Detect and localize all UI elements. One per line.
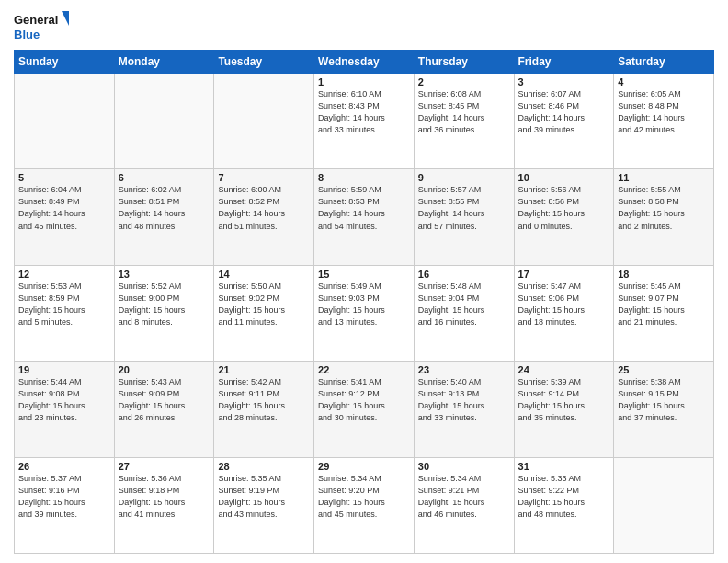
calendar-cell: 11Sunrise: 5:55 AMSunset: 8:58 PMDayligh…: [614, 169, 714, 265]
day-number: 20: [119, 364, 210, 375]
calendar-cell: 31Sunrise: 5:33 AMSunset: 9:22 PMDayligh…: [514, 457, 614, 553]
calendar-cell: 13Sunrise: 5:52 AMSunset: 9:00 PMDayligh…: [114, 265, 214, 361]
calendar-cell: [214, 74, 314, 169]
logo: General Blue: [14, 9, 69, 44]
day-number: 29: [318, 461, 410, 472]
svg-marker-2: [62, 11, 69, 26]
calendar-cell: 18Sunrise: 5:45 AMSunset: 9:07 PMDayligh…: [614, 265, 714, 361]
day-info: Sunrise: 5:33 AMSunset: 9:22 PMDaylight:…: [518, 473, 610, 521]
day-number: 12: [18, 269, 110, 280]
calendar-week-row: 19Sunrise: 5:44 AMSunset: 9:08 PMDayligh…: [15, 362, 714, 457]
day-info: Sunrise: 6:04 AMSunset: 8:49 PMDaylight:…: [18, 184, 110, 232]
calendar-cell: 2Sunrise: 6:08 AMSunset: 8:45 PMDaylight…: [414, 74, 514, 169]
day-number: 3: [518, 76, 610, 87]
header-tuesday: Tuesday: [214, 51, 314, 74]
day-number: 13: [119, 269, 210, 280]
day-number: 15: [318, 269, 410, 280]
day-info: Sunrise: 5:53 AMSunset: 8:59 PMDaylight:…: [18, 281, 110, 328]
calendar-week-row: 12Sunrise: 5:53 AMSunset: 8:59 PMDayligh…: [15, 265, 714, 361]
header-wednesday: Wednesday: [314, 51, 415, 74]
day-number: 8: [318, 172, 410, 183]
calendar-cell: 1Sunrise: 6:10 AMSunset: 8:43 PMDaylight…: [314, 74, 415, 169]
calendar-cell: 10Sunrise: 5:56 AMSunset: 8:56 PMDayligh…: [514, 169, 614, 265]
day-number: 6: [119, 172, 210, 183]
page: General Blue Sunday Monday Tuesday Wedne…: [0, 0, 728, 563]
day-info: Sunrise: 6:00 AMSunset: 8:52 PMDaylight:…: [218, 184, 310, 232]
calendar-cell: 12Sunrise: 5:53 AMSunset: 8:59 PMDayligh…: [15, 265, 115, 361]
svg-text:Blue: Blue: [14, 28, 40, 41]
day-number: 17: [518, 269, 610, 280]
calendar-cell: 9Sunrise: 5:57 AMSunset: 8:55 PMDaylight…: [414, 169, 514, 265]
day-number: 4: [618, 76, 710, 87]
calendar-cell: 16Sunrise: 5:48 AMSunset: 9:04 PMDayligh…: [414, 265, 514, 361]
calendar-cell: 24Sunrise: 5:39 AMSunset: 9:14 PMDayligh…: [514, 362, 614, 457]
day-info: Sunrise: 5:47 AMSunset: 9:06 PMDaylight:…: [518, 281, 610, 328]
calendar-week-row: 26Sunrise: 5:37 AMSunset: 9:16 PMDayligh…: [15, 457, 714, 553]
logo-icon: General Blue: [14, 9, 69, 44]
day-info: Sunrise: 5:39 AMSunset: 9:14 PMDaylight:…: [518, 376, 610, 424]
day-info: Sunrise: 5:45 AMSunset: 9:07 PMDaylight:…: [618, 281, 710, 328]
calendar-cell: 8Sunrise: 5:59 AMSunset: 8:53 PMDaylight…: [314, 169, 415, 265]
calendar-cell: 3Sunrise: 6:07 AMSunset: 8:46 PMDaylight…: [514, 74, 614, 169]
day-number: 9: [418, 172, 510, 183]
calendar-cell: 26Sunrise: 5:37 AMSunset: 9:16 PMDayligh…: [15, 457, 115, 553]
day-number: 31: [518, 461, 610, 472]
calendar-cell: 5Sunrise: 6:04 AMSunset: 8:49 PMDaylight…: [15, 169, 115, 265]
header-monday: Monday: [114, 51, 214, 74]
calendar-cell: 21Sunrise: 5:42 AMSunset: 9:11 PMDayligh…: [214, 362, 314, 457]
day-number: 2: [418, 76, 510, 87]
day-number: 22: [318, 364, 410, 375]
header-saturday: Saturday: [614, 51, 714, 74]
calendar-cell: 7Sunrise: 6:00 AMSunset: 8:52 PMDaylight…: [214, 169, 314, 265]
day-info: Sunrise: 5:34 AMSunset: 9:20 PMDaylight:…: [318, 473, 410, 521]
day-info: Sunrise: 5:38 AMSunset: 9:15 PMDaylight:…: [618, 376, 710, 424]
day-info: Sunrise: 6:10 AMSunset: 8:43 PMDaylight:…: [318, 88, 410, 136]
calendar-cell: 19Sunrise: 5:44 AMSunset: 9:08 PMDayligh…: [15, 362, 115, 457]
day-number: 19: [18, 364, 110, 375]
calendar-cell: 17Sunrise: 5:47 AMSunset: 9:06 PMDayligh…: [514, 265, 614, 361]
day-info: Sunrise: 5:56 AMSunset: 8:56 PMDaylight:…: [518, 184, 610, 232]
day-info: Sunrise: 5:42 AMSunset: 9:11 PMDaylight:…: [218, 376, 310, 424]
calendar-cell: 29Sunrise: 5:34 AMSunset: 9:20 PMDayligh…: [314, 457, 415, 553]
calendar-table: Sunday Monday Tuesday Wednesday Thursday…: [14, 50, 714, 554]
calendar-cell: 23Sunrise: 5:40 AMSunset: 9:13 PMDayligh…: [414, 362, 514, 457]
day-info: Sunrise: 6:07 AMSunset: 8:46 PMDaylight:…: [518, 88, 610, 136]
calendar-cell: 28Sunrise: 5:35 AMSunset: 9:19 PMDayligh…: [214, 457, 314, 553]
day-info: Sunrise: 5:41 AMSunset: 9:12 PMDaylight:…: [318, 376, 410, 424]
day-number: 18: [618, 269, 710, 280]
header-thursday: Thursday: [414, 51, 514, 74]
day-number: 10: [518, 172, 610, 183]
day-number: 26: [18, 461, 110, 472]
day-number: 28: [218, 461, 310, 472]
calendar-cell: [614, 457, 714, 553]
day-info: Sunrise: 5:37 AMSunset: 9:16 PMDaylight:…: [18, 473, 110, 521]
day-info: Sunrise: 6:08 AMSunset: 8:45 PMDaylight:…: [418, 88, 510, 136]
day-info: Sunrise: 6:05 AMSunset: 8:48 PMDaylight:…: [618, 88, 710, 136]
day-info: Sunrise: 5:48 AMSunset: 9:04 PMDaylight:…: [418, 281, 510, 328]
calendar-cell: 14Sunrise: 5:50 AMSunset: 9:02 PMDayligh…: [214, 265, 314, 361]
header: General Blue: [14, 9, 714, 44]
calendar-week-row: 5Sunrise: 6:04 AMSunset: 8:49 PMDaylight…: [15, 169, 714, 265]
calendar-cell: 27Sunrise: 5:36 AMSunset: 9:18 PMDayligh…: [114, 457, 214, 553]
day-number: 7: [218, 172, 310, 183]
day-info: Sunrise: 5:50 AMSunset: 9:02 PMDaylight:…: [218, 281, 310, 328]
day-info: Sunrise: 5:43 AMSunset: 9:09 PMDaylight:…: [119, 376, 210, 424]
day-number: 24: [518, 364, 610, 375]
day-number: 11: [618, 172, 710, 183]
calendar-cell: 25Sunrise: 5:38 AMSunset: 9:15 PMDayligh…: [614, 362, 714, 457]
day-number: 1: [318, 76, 410, 87]
day-number: 30: [418, 461, 510, 472]
day-number: 21: [218, 364, 310, 375]
header-friday: Friday: [514, 51, 614, 74]
calendar-cell: 20Sunrise: 5:43 AMSunset: 9:09 PMDayligh…: [114, 362, 214, 457]
calendar-cell: [114, 74, 214, 169]
day-number: 16: [418, 269, 510, 280]
header-sunday: Sunday: [15, 51, 115, 74]
calendar-cell: 15Sunrise: 5:49 AMSunset: 9:03 PMDayligh…: [314, 265, 415, 361]
calendar-cell: 22Sunrise: 5:41 AMSunset: 9:12 PMDayligh…: [314, 362, 415, 457]
day-info: Sunrise: 5:40 AMSunset: 9:13 PMDaylight:…: [418, 376, 510, 424]
calendar-cell: 6Sunrise: 6:02 AMSunset: 8:51 PMDaylight…: [114, 169, 214, 265]
day-number: 25: [618, 364, 710, 375]
svg-text:General: General: [14, 13, 58, 27]
calendar-week-row: 1Sunrise: 6:10 AMSunset: 8:43 PMDaylight…: [15, 74, 714, 169]
